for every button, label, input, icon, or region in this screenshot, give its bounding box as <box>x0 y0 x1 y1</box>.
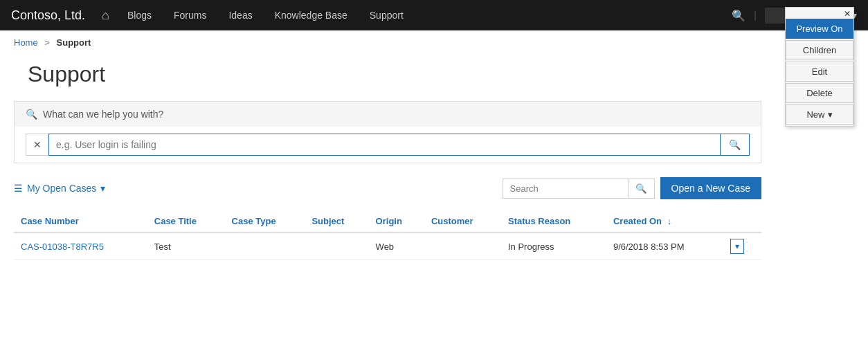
cell-subject <box>305 233 368 260</box>
col-case-type[interactable]: Case Type <box>225 210 305 233</box>
page-title: Support <box>14 55 761 101</box>
my-cases-label: My Open Cases <box>27 183 96 194</box>
new-button[interactable]: New ▾ <box>786 104 853 125</box>
col-case-number[interactable]: Case Number <box>14 210 147 233</box>
cell-origin: Web <box>369 233 424 260</box>
case-number-link[interactable]: CAS-01038-T8R7R5 <box>21 242 104 252</box>
cases-right-toolbar: 🔍 Open a New Case <box>503 177 761 199</box>
help-search-input[interactable] <box>48 134 721 156</box>
cell-customer <box>424 233 501 260</box>
col-created-on[interactable]: Created On ↓ <box>606 210 723 233</box>
preview-on-button[interactable]: Preview On <box>786 19 853 39</box>
table-row: CAS-01038-T8R7R5 Test Web In Progress 9/… <box>14 233 761 260</box>
delete-button[interactable]: Delete <box>786 83 853 103</box>
cases-table: Case Number Case Title Case Type Subject… <box>14 210 761 260</box>
home-icon[interactable]: ⌂ <box>102 8 109 23</box>
nav-search-icon[interactable]: 🔍 <box>732 9 745 22</box>
nav-knowledge-base[interactable]: Knowledge Base <box>265 0 357 30</box>
cases-search-submit-button[interactable]: 🔍 <box>628 179 654 198</box>
cell-case-number: CAS-01038-T8R7R5 <box>14 233 147 260</box>
col-case-title[interactable]: Case Title <box>147 210 225 233</box>
open-new-case-button[interactable]: Open a New Case <box>660 177 761 199</box>
cell-case-type <box>225 233 305 260</box>
help-search-clear-button[interactable]: ✕ <box>26 134 48 156</box>
col-subject[interactable]: Subject <box>305 210 368 233</box>
my-open-cases-button[interactable]: ☰ My Open Cases ▾ <box>14 183 105 194</box>
cases-table-header: Case Number Case Title Case Type Subject… <box>14 210 761 233</box>
row-dropdown-button[interactable]: ▾ <box>730 239 744 254</box>
nav-support[interactable]: Support <box>360 0 413 30</box>
help-search-container: 🔍 What can we help you with? ✕ 🔍 <box>14 101 761 163</box>
help-search-header-icon: 🔍 <box>26 109 37 120</box>
col-actions <box>723 210 761 233</box>
breadcrumb-current: Support <box>57 37 91 48</box>
nav-blogs[interactable]: Blogs <box>118 0 161 30</box>
my-cases-icon: ☰ <box>14 183 23 194</box>
my-cases-dropdown-icon: ▾ <box>100 183 105 194</box>
help-search-header-text: What can we help you with? <box>43 109 163 120</box>
nav-ideas[interactable]: Ideas <box>219 0 262 30</box>
breadcrumb: Home > Support <box>0 30 868 55</box>
cell-dropdown: ▾ <box>723 233 761 260</box>
floating-panel: ✕ Preview On Children Edit Delete New ▾ <box>785 7 854 127</box>
created-on-sort-icon: ↓ <box>667 216 672 226</box>
col-customer[interactable]: Customer <box>424 210 501 233</box>
cases-search-box: 🔍 <box>503 179 655 199</box>
edit-button[interactable]: Edit <box>786 62 853 82</box>
cases-search-input[interactable] <box>503 179 628 198</box>
nav-divider: | <box>754 10 757 21</box>
nav-forums[interactable]: Forums <box>164 0 216 30</box>
panel-close-button[interactable]: ✕ <box>844 9 851 19</box>
new-dropdown-arrow: ▾ <box>828 109 833 120</box>
cell-case-title: Test <box>147 233 225 260</box>
breadcrumb-home[interactable]: Home <box>14 37 38 48</box>
brand-name: Contoso, Ltd. <box>11 8 85 23</box>
top-navigation: Contoso, Ltd. ⌂ Blogs Forums Ideas Knowl… <box>0 0 868 30</box>
cell-created-on: 9/6/2018 8:53 PM <box>606 233 723 260</box>
help-search-submit-button[interactable]: 🔍 <box>721 134 750 156</box>
help-search-input-row: ✕ 🔍 <box>15 127 761 163</box>
cases-toolbar: ☰ My Open Cases ▾ 🔍 Open a New Case <box>14 177 761 199</box>
cases-section: ☰ My Open Cases ▾ 🔍 Open a New Case Case… <box>14 177 761 260</box>
cell-status-reason: In Progress <box>501 233 606 260</box>
col-status-reason[interactable]: Status Reason <box>501 210 606 233</box>
cases-table-body: CAS-01038-T8R7R5 Test Web In Progress 9/… <box>14 233 761 260</box>
help-search-header: 🔍 What can we help you with? <box>15 102 761 127</box>
children-button[interactable]: Children <box>786 40 853 60</box>
breadcrumb-separator: > <box>44 37 50 48</box>
col-origin[interactable]: Origin <box>369 210 424 233</box>
